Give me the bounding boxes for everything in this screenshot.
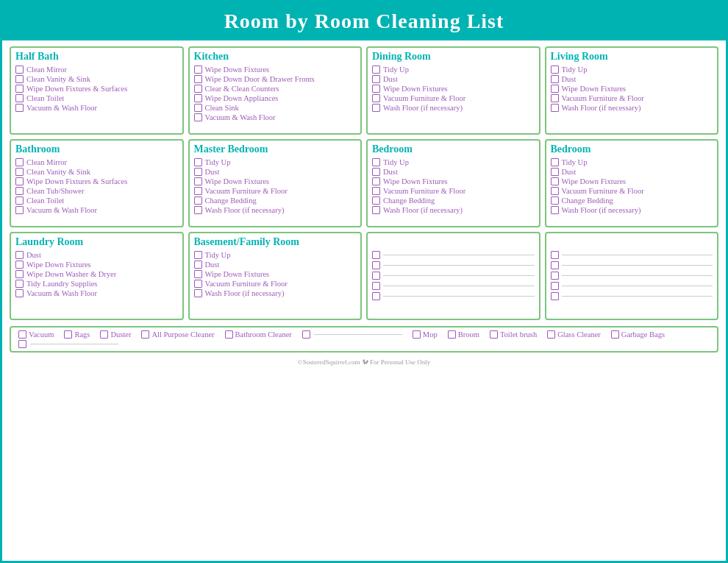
checkbox[interactable] xyxy=(551,206,559,214)
checkbox[interactable] xyxy=(194,187,202,195)
list-item: Dust xyxy=(15,251,178,259)
checkbox[interactable] xyxy=(194,270,202,278)
checkbox[interactable] xyxy=(194,251,202,259)
checkbox[interactable] xyxy=(194,206,202,214)
checkbox[interactable] xyxy=(372,261,380,269)
checkbox[interactable] xyxy=(194,113,202,121)
checkbox[interactable] xyxy=(15,75,24,83)
list-item: Wipe Down Fixtures xyxy=(372,177,535,185)
checkbox[interactable] xyxy=(194,196,202,205)
checkbox[interactable] xyxy=(194,261,202,269)
checkbox[interactable] xyxy=(15,196,24,205)
list-item: Clean Mirror xyxy=(15,158,178,166)
checkbox[interactable] xyxy=(551,158,559,166)
list-item: Wipe Down Washer & Dryer xyxy=(15,270,178,278)
checkbox[interactable] xyxy=(15,94,24,102)
checkbox[interactable] xyxy=(551,261,559,269)
checkbox[interactable] xyxy=(194,94,202,102)
checkbox[interactable] xyxy=(15,187,24,195)
checkbox[interactable] xyxy=(15,158,24,166)
checkbox[interactable] xyxy=(547,330,555,339)
checkbox[interactable] xyxy=(194,104,202,112)
checkbox[interactable] xyxy=(15,177,24,185)
checkbox[interactable] xyxy=(372,251,380,259)
checkbox[interactable] xyxy=(372,282,380,290)
basement-title: Basement/Family Room xyxy=(194,236,357,248)
checkbox[interactable] xyxy=(551,85,559,93)
supply-item-blank xyxy=(302,330,402,339)
list-item: Change Bedding xyxy=(194,196,357,205)
checkbox[interactable] xyxy=(194,168,202,176)
checkbox[interactable] xyxy=(64,330,72,339)
checkbox[interactable] xyxy=(372,104,380,112)
section-dining: Dining Room Tidy Up Dust Wipe Down Fixtu… xyxy=(366,46,540,135)
checkbox[interactable] xyxy=(448,330,456,339)
checkbox[interactable] xyxy=(372,85,380,93)
checkbox[interactable] xyxy=(194,75,202,83)
checkbox[interactable] xyxy=(15,85,24,93)
checkbox[interactable] xyxy=(194,280,202,288)
checkbox[interactable] xyxy=(551,168,559,176)
checkbox[interactable] xyxy=(551,75,559,83)
checkbox[interactable] xyxy=(551,292,559,300)
checkbox[interactable] xyxy=(551,251,559,259)
supply-item: Bathroom Cleaner xyxy=(225,330,292,339)
checkbox[interactable] xyxy=(372,272,380,280)
content: Half Bath Clean Mirror Clean Vanity & Si… xyxy=(2,40,726,561)
checkbox[interactable] xyxy=(15,104,24,112)
checkbox[interactable] xyxy=(413,330,421,339)
list-item: Tidy Up xyxy=(194,251,357,259)
checkbox[interactable] xyxy=(15,206,24,214)
checkbox[interactable] xyxy=(194,177,202,185)
checkbox[interactable] xyxy=(15,65,24,74)
list-item: Tidy Laundry Supplies xyxy=(15,280,178,288)
checkbox[interactable] xyxy=(551,272,559,280)
checkbox[interactable] xyxy=(194,85,202,93)
checkbox[interactable] xyxy=(372,187,380,195)
blank-item xyxy=(551,282,713,290)
checkbox[interactable] xyxy=(372,206,380,214)
checkbox[interactable] xyxy=(194,65,202,74)
supply-item: Toilet brush xyxy=(490,330,537,339)
checkbox[interactable] xyxy=(372,292,380,300)
list-item: Wash Floor (if necessary) xyxy=(194,206,357,214)
checkbox[interactable] xyxy=(551,187,559,195)
checkbox[interactable] xyxy=(551,282,559,290)
checkbox[interactable] xyxy=(551,94,559,102)
checkbox[interactable] xyxy=(551,104,559,112)
list-item: Wipe Down Fixtures xyxy=(194,177,357,185)
checkbox[interactable] xyxy=(372,158,380,166)
checkbox[interactable] xyxy=(15,251,24,259)
checkbox[interactable] xyxy=(551,177,559,185)
list-item: Dust xyxy=(551,168,713,176)
checkbox[interactable] xyxy=(372,196,380,205)
checkbox[interactable] xyxy=(490,330,498,339)
checkbox[interactable] xyxy=(372,65,380,74)
checkbox[interactable] xyxy=(15,280,24,288)
checkbox[interactable] xyxy=(100,330,108,339)
checkbox[interactable] xyxy=(194,158,202,166)
checkbox[interactable] xyxy=(225,330,233,339)
section-master: Master Bedroom Tidy Up Dust Wipe Down Fi… xyxy=(188,139,363,227)
checkbox[interactable] xyxy=(302,330,310,339)
checkbox[interactable] xyxy=(372,75,380,83)
checkbox[interactable] xyxy=(141,330,149,339)
checkbox[interactable] xyxy=(15,289,24,297)
list-item: Vacuum & Wash Floor xyxy=(15,289,178,297)
checkbox[interactable] xyxy=(15,270,24,278)
checkbox[interactable] xyxy=(611,330,619,339)
list-item: Clean Toilet xyxy=(15,196,178,205)
dining-title: Dining Room xyxy=(372,51,535,63)
checkbox[interactable] xyxy=(15,168,24,176)
checkbox[interactable] xyxy=(18,330,26,339)
checkbox[interactable] xyxy=(18,340,26,348)
blank-item xyxy=(372,251,535,259)
footer: ©SosteredSquirrel.com 🐿 For Personal Use… xyxy=(10,357,718,367)
checkbox[interactable] xyxy=(15,261,24,269)
checkbox[interactable] xyxy=(551,65,559,74)
checkbox[interactable] xyxy=(372,94,380,102)
checkbox[interactable] xyxy=(194,289,202,297)
checkbox[interactable] xyxy=(372,177,380,185)
checkbox[interactable] xyxy=(372,168,380,176)
checkbox[interactable] xyxy=(551,196,559,205)
